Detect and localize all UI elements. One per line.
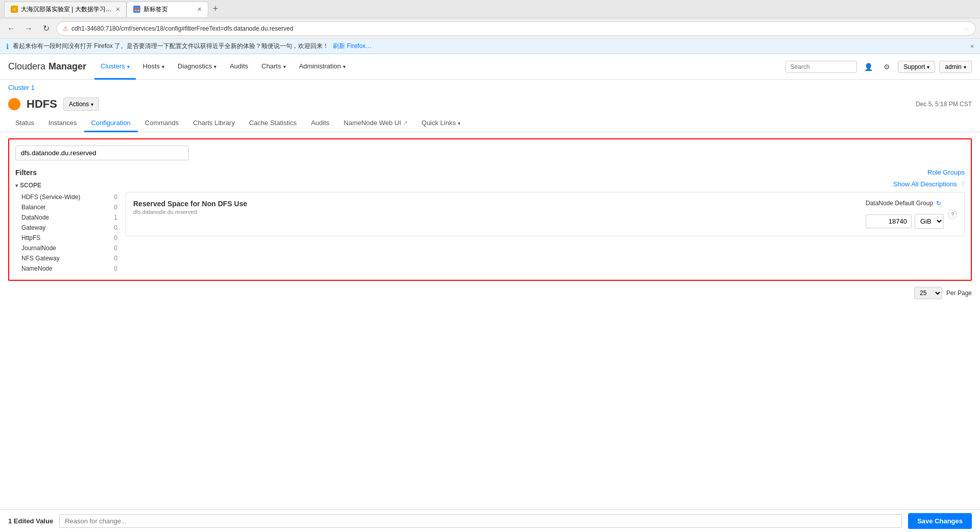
config-item-info: Reserved Space for Non DFS Use dfs.datan…	[133, 200, 857, 215]
help-icon[interactable]: ?	[948, 210, 957, 219]
tab-title-2: 新标签页	[143, 5, 194, 14]
per-page-select[interactable]: 25 50 100	[914, 287, 942, 299]
nav-hosts[interactable]: Hosts	[137, 54, 170, 80]
nav-audits[interactable]: Audits	[224, 54, 254, 80]
filter-items-list: HDFS (Service-Wide)0Balancer0DataNode1Ga…	[15, 192, 117, 274]
info-action-link[interactable]: 刷新 Firefox…	[333, 42, 372, 51]
edited-count-label: 1 Edited Value	[8, 517, 53, 525]
tab-cache-statistics[interactable]: Cache Statistics	[242, 115, 304, 132]
settings-icon[interactable]: ⚙	[879, 60, 894, 74]
address-text: cdh1-34680:7180/cmf/services/18/config#f…	[71, 25, 961, 32]
config-search-input[interactable]	[15, 146, 189, 160]
actions-label: Actions	[69, 101, 89, 108]
address-bar[interactable]: ⚠ cdh1-34680:7180/cmf/services/18/config…	[56, 21, 976, 36]
nav-charts[interactable]: Charts	[255, 54, 291, 80]
nav-diagnostics-label: Diagnostics	[178, 62, 212, 70]
tab-namenode-web-ui[interactable]: NameNode Web UI ↗	[336, 115, 414, 132]
user-icon[interactable]: 👤	[861, 60, 875, 74]
breadcrumb[interactable]: Cluster 1	[0, 80, 980, 95]
support-button[interactable]: Support	[898, 61, 935, 73]
nav-diagnostics[interactable]: Diagnostics	[172, 54, 223, 80]
filter-item[interactable]: DataNode1	[15, 212, 117, 223]
info-icon: ℹ	[6, 42, 9, 51]
tab-status[interactable]: Status	[8, 115, 41, 132]
nav-clusters-label: Clusters	[101, 62, 125, 70]
filter-item[interactable]: Gateway0	[15, 223, 117, 233]
nav-administration[interactable]: Administration	[293, 54, 352, 80]
new-tab-button[interactable]: +	[208, 2, 223, 16]
filter-item-count: 0	[114, 194, 117, 201]
administration-chevron-icon	[343, 62, 346, 70]
filter-item-count: 1	[114, 214, 117, 221]
filter-item[interactable]: HttpFS0	[15, 233, 117, 243]
scope-chevron-icon	[15, 182, 18, 189]
filter-item-count: 0	[114, 234, 117, 241]
filter-item-name: Balancer	[21, 204, 45, 211]
refresh-icon[interactable]: ↻	[936, 200, 941, 207]
clusters-chevron-icon	[127, 62, 130, 70]
browser-tabs: ⚡ 大海沉部落实验室 | 大数据学习云... × 🦊 新标签页 × +	[4, 2, 976, 17]
info-bar: ℹ 看起来你有一段时间没有打开 Firefox 了。是否要清理一下配置文件以获得…	[0, 39, 980, 54]
filter-item-name: HttpFS	[21, 234, 40, 241]
tab-quick-links-label: Quick Links	[422, 119, 456, 127]
cm-nav-right: 👤 ⚙ Support admin	[786, 60, 972, 74]
config-actions-row: Role Groups	[126, 168, 965, 176]
refresh-button[interactable]: ↻	[39, 21, 53, 36]
admin-button[interactable]: admin	[939, 61, 972, 73]
actions-button[interactable]: Actions	[63, 98, 99, 111]
service-timestamp: Dec 5, 5:18 PM CST	[916, 101, 972, 108]
info-close-button[interactable]: ×	[970, 43, 974, 50]
cm-logo: Cloudera Manager	[8, 61, 86, 72]
search-input[interactable]	[786, 61, 857, 73]
forward-button[interactable]: →	[21, 21, 36, 36]
tab-commands[interactable]: Commands	[138, 115, 186, 132]
help-circle-icon[interactable]: ?	[961, 180, 965, 188]
filter-item[interactable]: Balancer0	[15, 202, 117, 212]
tab-favicon-1: ⚡	[11, 6, 18, 13]
tab-favicon-2: 🦊	[133, 6, 140, 13]
diagnostics-chevron-icon	[214, 62, 216, 70]
save-changes-button[interactable]: Save Changes	[908, 513, 972, 527]
tab-configuration[interactable]: Configuration	[84, 115, 138, 132]
tab-close-2[interactable]: ×	[198, 5, 202, 13]
tab-close-1[interactable]: ×	[116, 5, 120, 13]
filter-item-name: Gateway	[21, 224, 45, 231]
reason-input[interactable]	[59, 514, 902, 527]
hosts-chevron-icon	[162, 62, 164, 70]
service-name: HDFS	[27, 98, 57, 111]
star-icon[interactable]: ☆	[964, 25, 969, 32]
tab-charts-library-label: Charts Library	[193, 119, 235, 127]
tab-audits[interactable]: Audits	[304, 115, 336, 132]
config-content: Filters SCOPE HDFS (Service-Wide)0Balanc…	[0, 132, 980, 305]
tab-configuration-label: Configuration	[91, 119, 131, 127]
tab-commands-label: Commands	[145, 119, 179, 127]
filter-item[interactable]: HDFS (Service-Wide)0	[15, 192, 117, 202]
browser-titlebar: ⚡ 大海沉部落实验室 | 大数据学习云... × 🦊 新标签页 × +	[0, 0, 980, 18]
tab-charts-library[interactable]: Charts Library	[186, 115, 242, 132]
browser-tab-1[interactable]: ⚡ 大海沉部落实验室 | 大数据学习云... ×	[4, 2, 127, 17]
filter-item[interactable]: NFS Gateway0	[15, 253, 117, 263]
unit-select[interactable]: GiB B KiB MiB TiB	[915, 214, 944, 229]
back-button[interactable]: ←	[4, 21, 18, 36]
tab-status-label: Status	[15, 119, 34, 127]
admin-label: admin	[945, 63, 962, 70]
browser-tab-2[interactable]: 🦊 新标签页 ×	[127, 2, 208, 17]
tab-namenode-web-ui-label: NameNode Web UI	[344, 119, 401, 127]
quick-links-chevron-icon	[458, 119, 460, 127]
filter-item-count: 0	[114, 245, 117, 252]
service-header: ● HDFS Actions Dec 5, 5:18 PM CST	[0, 95, 980, 111]
admin-chevron-icon	[964, 63, 966, 70]
filter-highlight-box: Filters SCOPE HDFS (Service-Wide)0Balanc…	[8, 138, 972, 281]
nav-clusters[interactable]: Clusters	[94, 54, 136, 80]
tab-instances[interactable]: Instances	[41, 115, 84, 132]
filter-item[interactable]: JournalNode0	[15, 243, 117, 253]
role-groups-link[interactable]: Role Groups	[927, 168, 965, 176]
show-all-descriptions-link[interactable]: Show All Descriptions	[893, 180, 957, 188]
tab-quick-links[interactable]: Quick Links	[414, 115, 468, 132]
config-item-control: DataNode Default Group ↻ GiB B KiB	[866, 200, 957, 229]
scope-section-title[interactable]: SCOPE	[15, 182, 117, 189]
config-search-bar	[15, 146, 965, 160]
filter-item[interactable]: NameNode0	[15, 263, 117, 274]
lock-icon: ⚠	[63, 25, 68, 32]
value-input[interactable]	[866, 214, 912, 228]
